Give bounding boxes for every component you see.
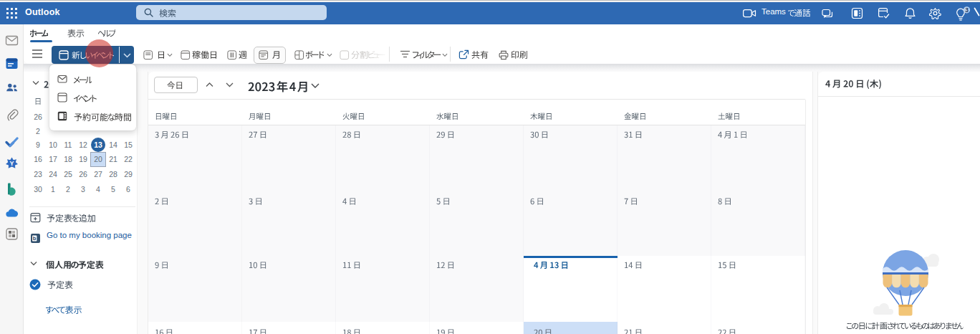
svg-text:b: b bbox=[33, 235, 37, 242]
svg-text:Y: Y bbox=[9, 160, 14, 167]
svg-text:3: 3 bbox=[965, 6, 969, 14]
